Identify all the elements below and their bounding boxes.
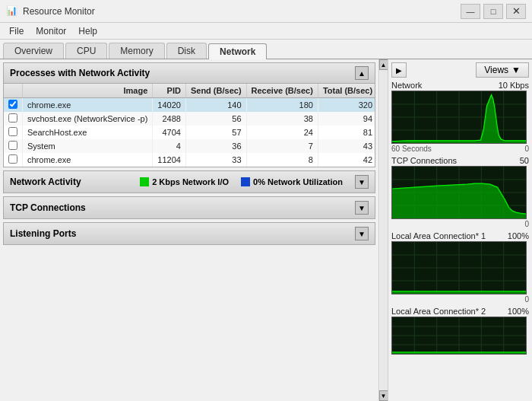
col-image[interactable]: Image <box>23 84 153 98</box>
scrollbar-track <box>380 70 388 390</box>
row-send: 56 <box>185 112 246 126</box>
network-graph <box>391 91 527 144</box>
processes-title: Processes with Network Activity <box>10 68 150 78</box>
views-dropdown-btn[interactable]: Views ▼ <box>476 62 529 78</box>
row-checkbox-3[interactable] <box>8 141 17 150</box>
row-pid: 14020 <box>153 98 186 113</box>
row-receive: 180 <box>246 98 318 113</box>
menu-help[interactable]: Help <box>72 24 103 38</box>
row-pid: 4 <box>153 139 186 153</box>
table-row[interactable]: svchost.exe (NetworkService -p) 2488 56 … <box>4 112 375 126</box>
views-nav-btn[interactable]: ▶ <box>391 62 407 78</box>
lac2-graph <box>391 317 527 355</box>
row-total: 81 <box>318 126 375 139</box>
network-activity-expand-btn[interactable]: ▼ <box>355 175 369 189</box>
maximize-button[interactable]: □ <box>483 4 503 19</box>
row-pid: 4704 <box>153 126 186 139</box>
row-checkbox-cell <box>4 98 23 113</box>
left-panel: Processes with Network Activity ▲ Image … <box>0 59 378 401</box>
processes-header: Processes with Network Activity ▲ <box>4 63 375 84</box>
table-row[interactable]: System 4 36 7 43 <box>4 139 375 153</box>
svg-marker-26 <box>392 291 526 294</box>
network-graph-title-row: Network 10 Kbps <box>391 81 529 90</box>
tab-overview[interactable]: Overview <box>3 43 64 59</box>
close-button[interactable]: ✕ <box>506 4 526 19</box>
legend-io-text: 2 Kbps Network I/O <box>152 177 229 186</box>
scrollbar-down[interactable]: ▼ <box>379 390 388 401</box>
tab-cpu[interactable]: CPU <box>65 43 107 59</box>
menu-file[interactable]: File <box>3 24 30 38</box>
row-total: 94 <box>318 112 375 126</box>
tcp-graph-section: TCP Connections 50 <box>391 156 529 228</box>
col-receive[interactable]: Receive (B/sec) <box>246 84 318 98</box>
row-checkbox-0[interactable] <box>8 100 17 109</box>
app-icon: 📊 <box>6 5 18 18</box>
table-row[interactable]: SearchHost.exe 4704 57 24 81 <box>4 126 375 139</box>
processes-section: Processes with Network Activity ▲ Image … <box>3 62 375 167</box>
minimize-button[interactable]: — <box>461 4 480 19</box>
main-container: Processes with Network Activity ▲ Image … <box>0 59 532 401</box>
row-receive: 8 <box>246 153 318 167</box>
tab-network[interactable]: Network <box>208 43 267 59</box>
network-graph-section: Network 10 Kbps <box>391 81 529 153</box>
lac1-graph-min: 0 <box>524 295 529 304</box>
views-label: Views <box>484 65 508 75</box>
col-total[interactable]: Total (B/sec) <box>318 84 375 98</box>
app-title: Resource Monitor <box>23 6 461 17</box>
table-row[interactable]: chrome.exe 14020 140 180 320 <box>4 98 375 113</box>
legend-io-icon <box>140 177 149 186</box>
row-checkbox-cell <box>4 153 23 167</box>
processes-expand-btn[interactable]: ▲ <box>355 66 369 80</box>
col-pid[interactable]: PID <box>153 84 186 98</box>
row-image: SearchHost.exe <box>23 126 153 139</box>
processes-table-container: Image PID Send (B/sec) Receive (B/sec) T… <box>4 84 375 167</box>
lac1-graph-label: Local Area Connection* 1 <box>391 231 486 240</box>
tcp-connections-expand-btn[interactable]: ▼ <box>355 201 369 215</box>
network-graph-max: 10 Kbps <box>499 81 529 90</box>
listening-ports-header[interactable]: Listening Ports ▼ <box>4 223 375 244</box>
row-total: 42 <box>318 153 375 167</box>
svg-marker-35 <box>392 352 526 354</box>
menu-monitor[interactable]: Monitor <box>30 24 72 38</box>
network-graph-time: 60 Seconds <box>391 145 432 153</box>
row-total: 43 <box>318 139 375 153</box>
table-row[interactable]: chrome.exe 11204 33 8 42 <box>4 153 375 167</box>
tcp-graph-bottom: 0 <box>391 220 529 228</box>
listening-ports-expand-btn[interactable]: ▼ <box>355 227 369 240</box>
tcp-graph <box>391 166 527 219</box>
scrollbar[interactable]: ▲ ▼ <box>378 59 388 401</box>
tcp-connections-section: TCP Connections ▼ <box>3 196 375 219</box>
tcp-connections-header[interactable]: TCP Connections ▼ <box>4 197 375 218</box>
lac1-graph-bottom: 0 <box>391 295 529 304</box>
row-checkbox-cell <box>4 139 23 153</box>
row-image: svchost.exe (NetworkService -p) <box>23 112 153 126</box>
tab-disk[interactable]: Disk <box>166 43 207 59</box>
row-send: 57 <box>185 126 246 139</box>
network-graph-label: Network <box>391 81 422 90</box>
tab-memory[interactable]: Memory <box>109 43 164 59</box>
title-bar: 📊 Resource Monitor — □ ✕ <box>0 0 532 23</box>
listening-ports-section: Listening Ports ▼ <box>3 222 375 245</box>
network-activity-section: Network Activity 2 Kbps Network I/O 0% N… <box>3 170 375 193</box>
network-graph-bottom: 60 Seconds 0 <box>391 145 529 153</box>
col-send[interactable]: Send (B/sec) <box>185 84 246 98</box>
tcp-graph-label: TCP Connections <box>391 156 457 165</box>
row-total: 320 <box>318 98 375 113</box>
network-activity-header: Network Activity 2 Kbps Network I/O 0% N… <box>4 171 375 193</box>
row-checkbox-4[interactable] <box>8 154 17 164</box>
scrollbar-up[interactable]: ▲ <box>379 59 388 70</box>
menu-bar: File Monitor Help <box>0 23 532 40</box>
row-checkbox-1[interactable] <box>8 113 17 123</box>
network-activity-title: Network Activity <box>10 177 81 187</box>
row-checkbox-2[interactable] <box>8 127 17 136</box>
row-receive: 7 <box>246 139 318 153</box>
legend-util-icon <box>241 177 250 186</box>
tcp-graph-min: 0 <box>524 220 529 228</box>
window-controls: — □ ✕ <box>461 4 526 19</box>
lac2-graph-max: 100% <box>508 307 529 316</box>
lac1-graph <box>391 241 527 294</box>
row-checkbox-cell <box>4 126 23 139</box>
row-image: chrome.exe <box>23 153 153 167</box>
row-receive: 38 <box>246 112 318 126</box>
listening-ports-title: Listening Ports <box>10 228 76 239</box>
